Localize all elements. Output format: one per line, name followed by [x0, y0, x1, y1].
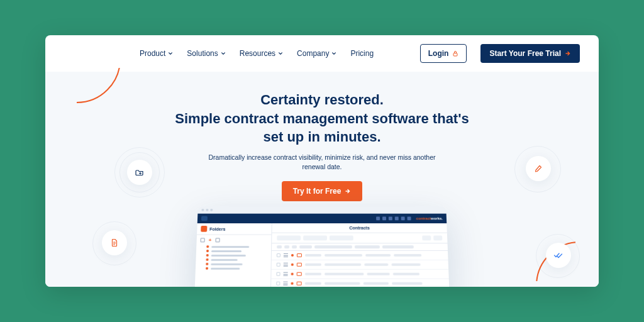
plus-icon: +	[208, 237, 211, 243]
chevron-down-icon	[278, 51, 283, 56]
hero-line-3: set up in minutes.	[263, 129, 380, 145]
appbar-icon	[376, 216, 380, 220]
arrow-right-icon	[565, 50, 571, 57]
try-label: Try It for Free	[293, 187, 341, 196]
pencil-icon	[534, 164, 543, 173]
page-card: Product Solutions Resources Company Pric…	[45, 35, 599, 287]
nav-pricing[interactable]: Pricing	[350, 49, 374, 58]
svg-rect-0	[453, 53, 457, 57]
edit-badge	[526, 156, 551, 181]
arrow-right-icon	[345, 188, 351, 194]
chevron-down-icon	[331, 51, 336, 56]
hero-line-1: Certainty restored.	[260, 92, 384, 108]
appbar-icon	[382, 216, 386, 220]
nav-resources[interactable]: Resources	[240, 49, 283, 58]
top-nav: Product Solutions Resources Company Pric…	[45, 35, 599, 72]
mockup-body: Folders + Contracts	[194, 223, 450, 287]
home-icon	[215, 238, 219, 242]
nav-label: Solutions	[187, 49, 218, 58]
nav-label: Resources	[240, 49, 275, 58]
product-mockup: contractworks. Folders + Co	[194, 206, 450, 287]
nav-links: Product Solutions Resources Company Pric…	[140, 49, 374, 58]
nav-label: Pricing	[350, 49, 374, 58]
appbar-icon	[389, 216, 392, 220]
hero-section: Certainty restored. Simple contract mana…	[45, 72, 599, 287]
appbar-icon	[395, 216, 399, 220]
nav-label: Company	[297, 49, 329, 58]
hero-heading: Certainty restored. Simple contract mana…	[158, 91, 486, 147]
mockup-appbar: contractworks.	[197, 214, 447, 223]
cta-label: Start Your Free Trial	[489, 49, 561, 58]
chevron-down-icon	[168, 51, 173, 56]
nav-label: Product	[140, 49, 165, 58]
document-icon	[110, 238, 119, 247]
mockup-sidebar: Folders +	[194, 223, 272, 287]
folders-label: Folders	[209, 226, 225, 231]
document-badge	[102, 230, 127, 255]
mockup-titlebar	[197, 206, 446, 214]
double-check-icon	[553, 251, 564, 260]
nav-solutions[interactable]: Solutions	[187, 49, 225, 58]
login-label: Login	[428, 49, 449, 58]
hero-line-2: Simple contract management software that…	[175, 111, 469, 126]
hero-subtitle: Dramatically increase contract visibilit…	[196, 153, 448, 171]
folder-badge	[127, 160, 152, 185]
appbar-icon	[408, 216, 411, 220]
try-free-button[interactable]: Try It for Free	[282, 181, 363, 201]
nav-company[interactable]: Company	[297, 49, 336, 58]
nav-product[interactable]: Product	[140, 49, 173, 58]
lock-icon	[452, 50, 458, 57]
start-trial-button[interactable]: Start Your Free Trial	[480, 44, 580, 63]
folder-icon	[201, 226, 207, 232]
check-badge	[546, 243, 571, 268]
chevron-down-icon	[221, 51, 226, 56]
login-button[interactable]: Login	[420, 44, 467, 63]
folder-icon	[135, 168, 144, 177]
mockup-main: Contracts	[271, 223, 450, 287]
mockup-brand: contractworks.	[416, 216, 443, 220]
contracts-label: Contracts	[272, 223, 447, 233]
star-icon	[201, 238, 205, 242]
appbar-icon	[401, 216, 405, 220]
